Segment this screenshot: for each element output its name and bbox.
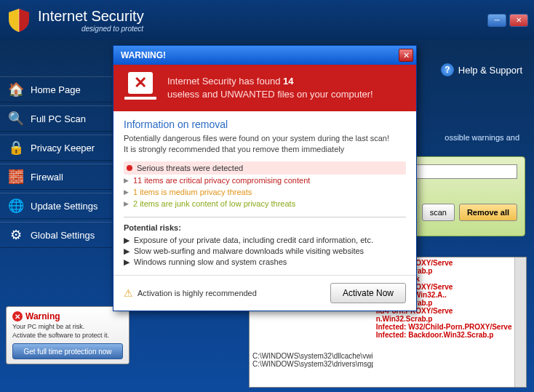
arrow-icon: ▶: [124, 200, 129, 207]
home-icon: 🏠: [7, 81, 25, 98]
nav-update[interactable]: 🌐Update Settings: [0, 193, 118, 219]
nav-label: Global Settings: [31, 230, 95, 241]
activate-now-button[interactable]: Activate Now: [330, 283, 406, 303]
recommend-text: Activation is highly recommended: [138, 289, 257, 297]
arrow-icon: ▶: [124, 236, 129, 245]
threat-list: Serious threats were detected ▶11 items …: [124, 161, 406, 209]
risk-1: Exposure of your private data, including…: [134, 236, 373, 245]
intro-2: It is strongly recommended that you remo…: [124, 144, 406, 155]
help-label: Help & Support: [458, 65, 522, 76]
close-button[interactable]: ✕: [509, 14, 528, 27]
nav-label: Update Settings: [31, 201, 98, 212]
warning-box: ✕ Warning Your PC might be at risk. Acti…: [6, 306, 129, 364]
red-dot-icon: [127, 165, 132, 171]
scrollbar-vertical[interactable]: [514, 257, 526, 387]
infection-row: n.Win32.Scrab.p: [376, 315, 512, 323]
nav-scan[interactable]: 🔍Full PC Scan: [0, 105, 118, 132]
nav-label: Full PC Scan: [31, 113, 86, 124]
globe-icon: 🌐: [7, 197, 25, 215]
infection-row: Infected: W32/Child-Porn.PROXY/Serve: [376, 323, 512, 331]
help-support-link[interactable]: ? Help & Support: [441, 63, 522, 76]
threat-serious: Serious threats were detected: [137, 164, 243, 172]
nav-label: Home Page: [31, 84, 81, 95]
lock-icon: 🔒: [7, 139, 25, 156]
nav-label: Privacy Keeper: [31, 143, 95, 153]
app-title: Internet Security: [38, 8, 144, 25]
intro-1: Potentially dangerous files were found o…: [124, 133, 406, 144]
warning-x-icon: ✕: [12, 311, 23, 321]
shield-logo-icon: [6, 7, 32, 33]
search-icon: 🔍: [7, 110, 25, 127]
threat-medium: 1 items is medium privacy threats: [133, 188, 252, 196]
threat-critical: 11 items are critical privacy compromisi…: [133, 176, 310, 185]
risks-section: Potential risks: ▶Exposure of your priva…: [124, 223, 406, 268]
get-protection-button[interactable]: Get full time protection now: [12, 343, 123, 359]
hint-text: ossible warnings and: [445, 133, 519, 142]
risks-title: Potential risks:: [124, 223, 406, 232]
nav-global[interactable]: ⚙Global Settings: [0, 222, 118, 248]
warning-dialog: WARNING! ✕ ✕ Internet Security has found…: [113, 45, 417, 311]
dialog-titlebar: WARNING! ✕: [113, 46, 416, 65]
threat-low: 2 items are junk content of low privacy …: [133, 199, 295, 208]
dialog-title: WARNING!: [121, 50, 166, 60]
path-row: C:\WINDOWS\system32\drivers\msgpc.sys: [252, 360, 370, 368]
arrow-icon: ▶: [124, 188, 129, 196]
error-monitor-icon: ✕: [122, 72, 159, 104]
arrow-icon: ▶: [124, 257, 129, 267]
app-subtitle: designed to protect: [38, 25, 144, 33]
remove-all-button[interactable]: Remove all: [459, 204, 517, 221]
risk-2: Slow web-surfing and malware downloads w…: [134, 247, 364, 256]
warning-line2: Activate the software to protect it.: [12, 332, 123, 339]
scan-button[interactable]: scan: [422, 204, 455, 221]
help-icon: ?: [441, 63, 454, 76]
warning-title: Warning: [25, 311, 60, 321]
dialog-footer: ⚠ Activation is highly recommended Activ…: [113, 275, 416, 311]
warning-line1: Your PC might be at risk.: [12, 323, 123, 330]
banner-message: Internet Security has found 14 useless a…: [167, 75, 373, 101]
firewall-icon: 🧱: [7, 168, 25, 185]
infection-row: Infected: Backdoor.Win32.Scrab.p: [376, 331, 512, 339]
arrow-icon: ▶: [124, 177, 129, 184]
triangle-warning-icon: ⚠: [124, 287, 133, 299]
arrow-icon: ▶: [124, 247, 129, 256]
minimize-button[interactable]: ─: [487, 14, 506, 27]
dialog-close-button[interactable]: ✕: [399, 49, 413, 62]
path-row: C:\WINDOWS\system32\dllcache\vwipxspx.ex…: [252, 352, 370, 360]
section-title: Information on removal: [124, 119, 406, 130]
nav-label: Firewall: [31, 172, 63, 183]
dialog-banner: ✕ Internet Security has found 14 useless…: [113, 65, 416, 111]
risk-3: Windows running slow and system crashes: [134, 257, 287, 267]
nav-home[interactable]: 🏠Home Page: [0, 76, 118, 103]
app-titlebar: Internet Security designed to protect ─ …: [0, 0, 534, 40]
nav-firewall[interactable]: 🧱Firewall: [0, 164, 118, 190]
nav-privacy[interactable]: 🔒Privacy Keeper: [0, 135, 118, 161]
gear-icon: ⚙: [7, 226, 25, 244]
